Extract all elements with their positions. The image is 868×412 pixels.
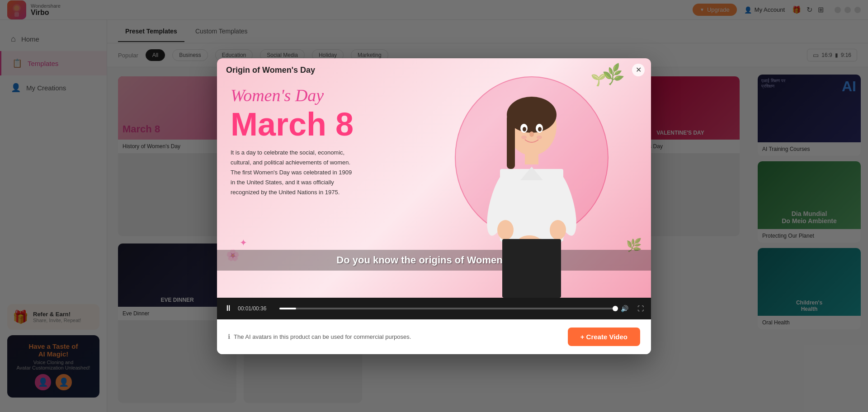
svg-point-24	[529, 131, 534, 137]
info-message: The AI avatars in this product can be us…	[234, 333, 411, 340]
modal: Origin of Women's Day ✕ 🌿 🌱 🌿 🌸 ✦ Women'…	[217, 58, 651, 354]
video-description: It is a day to celebrate the social, eco…	[231, 148, 399, 197]
modal-video: Origin of Women's Day ✕ 🌿 🌱 🌿 🌸 ✦ Women'…	[217, 58, 651, 319]
svg-rect-7	[525, 151, 538, 164]
time-total: 00:36	[253, 305, 266, 312]
progress-track[interactable]	[279, 308, 615, 309]
svg-rect-6	[507, 115, 515, 169]
volume-icon[interactable]: 🔊	[621, 305, 628, 312]
svg-point-22	[521, 136, 527, 139]
video-preview: Origin of Women's Day ✕ 🌿 🌱 🌿 🌸 ✦ Women'…	[217, 58, 651, 298]
play-pause-button[interactable]: ⏸	[224, 304, 232, 313]
video-left-text: Women's Day March 8 It is a day to celeb…	[217, 58, 412, 298]
progress-thumb	[613, 306, 618, 311]
svg-point-14	[550, 220, 566, 240]
info-icon: ℹ	[228, 333, 230, 340]
fullscreen-icon[interactable]: ⛶	[637, 305, 644, 312]
svg-point-13	[497, 220, 514, 240]
app-window: Wondershare Virbo Upgrade My Account 🎁 ↻…	[0, 0, 868, 412]
march8-text: March 8	[231, 108, 399, 140]
womens-day-cursive: Women's Day	[231, 85, 399, 105]
modal-overlay[interactable]: Origin of Women's Day ✕ 🌿 🌱 🌿 🌸 ✦ Women'…	[0, 0, 868, 412]
svg-point-20	[523, 127, 526, 131]
svg-rect-17	[502, 239, 561, 298]
create-video-button[interactable]: + Create Video	[568, 328, 640, 346]
svg-point-21	[538, 127, 542, 131]
svg-point-23	[537, 136, 542, 139]
video-close-button[interactable]: ✕	[632, 64, 645, 76]
modal-footer: ℹ The AI avatars in this product can be …	[217, 319, 651, 354]
video-controls: ⏸ 00:01/00:36 🔊 ⛶	[217, 298, 651, 319]
time-current: 00:01	[238, 305, 251, 312]
info-text: ℹ The AI avatars in this product can be …	[228, 333, 411, 340]
progress-fill	[279, 308, 296, 309]
time-display: 00:01/00:36	[238, 305, 274, 312]
avatar-person-svg	[473, 90, 590, 298]
